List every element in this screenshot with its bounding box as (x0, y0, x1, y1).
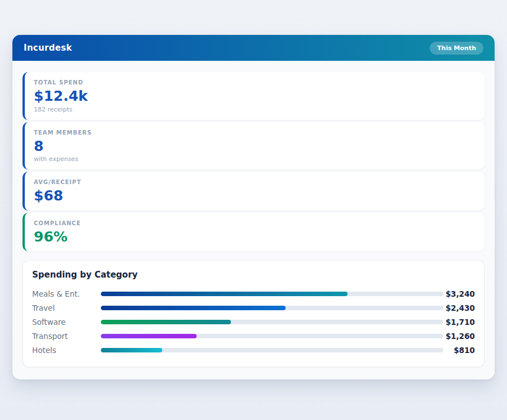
category-value: $2,430 (443, 303, 475, 312)
stat-value: $68 (34, 188, 475, 204)
stat-label: TEAM MEMBERS (34, 129, 475, 136)
period-badge[interactable]: This Month (430, 42, 483, 55)
bar-hotels (101, 348, 162, 352)
chart-title: Spending by Category (32, 270, 475, 280)
bar-track (101, 306, 443, 310)
app-header: Incurdesk This Month (12, 35, 495, 61)
category-label: Transport (32, 332, 101, 341)
bar-meals (101, 292, 348, 296)
stat-sublabel: with expenses (34, 155, 475, 163)
bar-transport (101, 334, 197, 338)
stat-value: 8 (34, 138, 475, 154)
chart-row-hotels: Hotels $810 (32, 343, 475, 357)
stat-card-avg-receipt: AVG/RECEIPT $68 (23, 172, 484, 211)
spending-by-category-panel: Spending by Category Meals & Ent. $3,240… (23, 260, 484, 367)
category-value: $810 (443, 346, 475, 355)
chart-row-travel: Travel $2,430 (32, 301, 475, 315)
dashboard-content: TOTAL SPEND $12.4k 182 receipts TEAM MEM… (12, 61, 495, 367)
stat-sublabel: 182 receipts (34, 106, 475, 113)
category-label: Hotels (32, 346, 101, 355)
chart-row-software: Software $1,710 (32, 315, 475, 329)
stat-label: COMPLIANCE (34, 220, 475, 226)
bar-track (101, 348, 443, 352)
app-title: Incurdesk (24, 43, 72, 53)
stat-label: TOTAL SPEND (34, 79, 475, 86)
category-value: $1,710 (443, 318, 475, 327)
bar-track (101, 334, 443, 338)
expense-dashboard-card: Incurdesk This Month TOTAL SPEND $12.4k … (12, 35, 495, 379)
stat-card-total-spend: TOTAL SPEND $12.4k 182 receipts (23, 72, 484, 120)
stat-card-team-members: TEAM MEMBERS 8 with expenses (23, 122, 484, 170)
chart-row-meals: Meals & Ent. $3,240 (32, 287, 475, 301)
bar-software (101, 320, 231, 324)
stat-value: 96% (34, 229, 475, 245)
chart-row-transport: Transport $1,260 (32, 329, 475, 343)
category-value: $3,240 (443, 289, 475, 298)
category-value: $1,260 (443, 332, 475, 341)
stat-value: $12.4k (34, 88, 475, 104)
stat-label: AVG/RECEIPT (34, 179, 475, 185)
bar-travel (101, 306, 286, 310)
category-label: Meals & Ent. (32, 289, 101, 298)
bar-track (101, 320, 443, 324)
category-label: Travel (32, 303, 101, 312)
stat-card-compliance: COMPLIANCE 96% (23, 213, 484, 252)
bar-track (101, 292, 443, 296)
category-label: Software (32, 318, 101, 327)
